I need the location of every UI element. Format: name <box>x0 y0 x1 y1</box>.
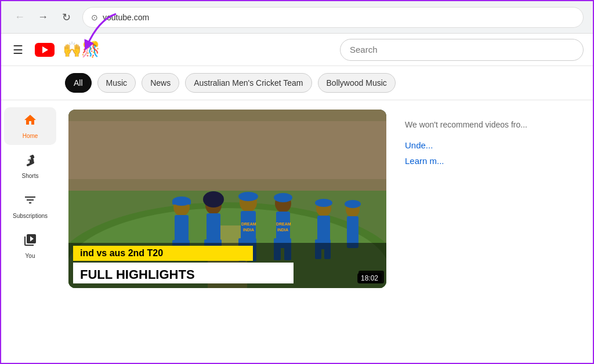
video-overlay-line1: ind vs aus 2nd T20 <box>75 246 168 263</box>
right-panel: We won't recommend videos fro... Unde...… <box>396 110 584 356</box>
svg-point-17 <box>203 191 224 208</box>
home-icon <box>23 113 37 130</box>
menu-button[interactable]: ☰ <box>10 41 26 59</box>
sidebar-item-shorts[interactable]: Shorts <box>4 147 56 185</box>
youtube-logo[interactable]: 🙌🎊 <box>35 41 100 59</box>
video-thumbnail[interactable]: DREAM INDIA DREAM INDIA <box>68 110 386 288</box>
duration-badge: 18:02 <box>357 273 382 283</box>
svg-rect-12 <box>172 200 191 205</box>
recommend-notice: We won't recommend videos fro... <box>405 119 574 131</box>
sidebar-label-shorts: Shorts <box>22 173 39 179</box>
sidebar-label-you: You <box>26 253 35 259</box>
svg-text:INDIA: INDIA <box>243 228 254 232</box>
video-card[interactable]: DREAM INDIA DREAM INDIA <box>68 110 386 356</box>
site-security-icon: ⊙ <box>91 13 98 22</box>
search-bar[interactable] <box>340 39 584 61</box>
browser-chrome: ← → ↻ ⊙ youtube.com <box>1 1 593 34</box>
svg-text:DREAM: DREAM <box>276 222 291 226</box>
topbar: ☰ 🙌🎊 <box>1 34 593 66</box>
category-pill-bollywood[interactable]: Bollywood Music <box>318 73 396 93</box>
sidebar-item-subscriptions[interactable]: Subscriptions <box>4 187 56 225</box>
category-pill-news[interactable]: News <box>142 73 179 93</box>
video-feed: DREAM INDIA DREAM INDIA <box>59 100 593 364</box>
forward-button[interactable]: → <box>34 8 52 27</box>
overlay-text-2: FULL HIGHLIGHTS <box>75 266 200 283</box>
youtube-icon <box>35 43 55 57</box>
you-icon <box>23 233 37 250</box>
category-pill-cricket[interactable]: Australian Men's Cricket Team <box>185 73 312 93</box>
logo-emoji-decoration: 🙌🎊 <box>63 41 100 59</box>
svg-text:INDIA: INDIA <box>277 228 288 232</box>
overlay-text-1: ind vs aus 2nd T20 <box>75 246 168 260</box>
sidebar: Home Shorts Subscriptions <box>1 100 59 364</box>
svg-point-24 <box>238 192 258 201</box>
learn-link[interactable]: Learn m... <box>405 156 574 166</box>
category-bar: All Music News Australian Men's Cricket … <box>1 66 593 100</box>
back-button[interactable]: ← <box>10 8 29 27</box>
nav-buttons: ← → ↻ <box>10 8 75 27</box>
search-input[interactable] <box>350 45 574 54</box>
category-pill-music[interactable]: Music <box>97 73 136 93</box>
undo-link[interactable]: Unde... <box>405 140 574 150</box>
svg-text:DREAM: DREAM <box>241 222 256 226</box>
sidebar-item-you[interactable]: You <box>4 227 56 265</box>
sidebar-item-home[interactable]: Home <box>4 107 56 145</box>
url-text: youtube.com <box>103 13 149 22</box>
shorts-icon <box>23 153 37 170</box>
svg-point-36 <box>315 199 332 207</box>
subscriptions-icon <box>23 193 37 210</box>
category-pill-all[interactable]: All <box>65 73 92 93</box>
svg-point-31 <box>274 193 292 202</box>
sidebar-label-subscriptions: Subscriptions <box>13 213 48 219</box>
refresh-button[interactable]: ↻ <box>57 8 75 27</box>
address-bar[interactable]: ⊙ youtube.com <box>82 7 584 28</box>
sidebar-label-home: Home <box>23 133 38 139</box>
video-overlay-line2: FULL HIGHLIGHTS <box>75 266 200 283</box>
svg-point-39 <box>345 200 361 208</box>
main-content: Home Shorts Subscriptions <box>1 100 593 364</box>
svg-rect-3 <box>68 121 386 179</box>
youtube-app: ☰ 🙌🎊 All Music News Australian Men's Cri… <box>1 34 593 364</box>
